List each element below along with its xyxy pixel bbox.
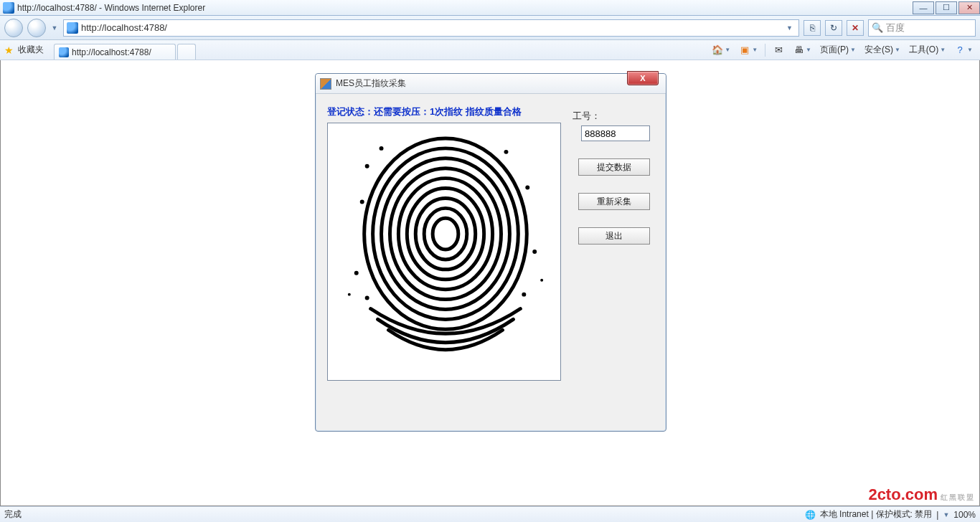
window-title: http://localhost:4788/ - Windows Interne… [17,3,205,13]
os-titlebar: http://localhost:4788/ - Windows Interne… [0,0,980,16]
employee-id-label: 工号： [573,110,656,123]
ie-icon [3,2,14,14]
address-dropdown-icon[interactable]: ▼ [783,24,796,32]
svg-point-7 [373,148,519,320]
submit-button[interactable]: 提交数据 [578,158,650,176]
rss-icon: ▣ [739,44,750,56]
print-icon: 🖶 [793,44,804,56]
history-dropdown[interactable]: ▼ [50,19,59,37]
svg-point-13 [360,199,364,204]
dialog-title: MES员工指纹采集 [336,77,406,90]
page-content: MES员工指纹采集 X 登记状态：还需要按压：1次指纹 指纹质量合格 [0,60,980,506]
svg-point-12 [525,186,529,190]
home-button[interactable]: 🏠▼ [709,43,733,57]
ie-favbar: ★ 收藏夹 http://localhost:4788/ 🏠▼ ▣▼ ✉ 🖶▼ … [0,40,980,60]
employee-id-input[interactable] [581,125,650,141]
svg-point-19 [540,279,543,282]
form-icon [320,78,331,90]
recapture-button[interactable]: 重新采集 [578,193,650,210]
tab-strip: http://localhost:4788/ [54,40,196,60]
status-left: 完成 [4,508,22,521]
protected-mode-dropdown[interactable]: ▼ [943,511,949,518]
svg-point-9 [365,164,369,169]
minimize-button[interactable]: — [913,1,934,14]
svg-point-16 [365,296,369,300]
exit-button[interactable]: 退出 [578,227,650,245]
search-icon: 🔍 [872,22,883,33]
svg-point-10 [380,146,384,151]
watermark: 2cto.com 红黑联盟 [868,485,975,504]
watermark-suffix: .com [901,485,938,504]
new-tab-button[interactable] [177,44,196,60]
dialog-titlebar[interactable]: MES员工指纹采集 [316,74,666,94]
address-text: http://localhost:4788/ [81,22,167,33]
watermark-text: 2cto [868,485,900,504]
separator [765,44,765,57]
svg-point-15 [354,271,359,275]
svg-point-11 [504,150,508,154]
compatibility-button[interactable]: ⎘ [804,20,821,36]
page-menu[interactable]: 页面(P)▼ [817,42,859,57]
svg-point-6 [382,158,510,310]
address-bar[interactable]: http://localhost:4788/ ▼ [63,19,799,37]
watermark-sub: 红黑联盟 [941,493,975,503]
maximize-button[interactable]: ☐ [936,1,957,14]
window-close-button[interactable]: ✕ [958,1,980,14]
dialog-close-button[interactable]: X [627,71,659,85]
zone-icon: 🌐 [805,510,816,520]
favorites-label[interactable]: 收藏夹 [18,44,44,56]
statusbar: 完成 🌐 本地 Intranet | 保护模式: 禁用 | ▼ 100% [0,506,980,522]
home-icon: 🏠 [712,44,723,56]
mail-button[interactable]: ✉ [770,43,787,57]
svg-point-1 [424,208,467,260]
svg-point-3 [407,189,484,280]
page-favicon-icon [67,22,78,34]
search-box[interactable]: 🔍 百度 [868,19,976,37]
zone-text: 本地 Intranet | 保护模式: 禁用 [820,508,932,521]
search-placeholder: 百度 [886,22,905,34]
fingerprint-image [327,123,561,381]
help-icon: ? [954,44,966,56]
window-controls: — ☐ ✕ [911,1,980,14]
tab-favicon-icon [59,47,69,57]
refresh-button[interactable]: ↻ [825,20,842,36]
svg-point-4 [398,179,492,290]
dialog-body: 登记状态：还需要按压：1次指纹 指纹质量合格 [316,94,666,431]
zoom-text: 100% [953,510,976,520]
svg-point-17 [522,293,526,297]
fingerprint-dialog: MES员工指纹采集 X 登记状态：还需要按压：1次指纹 指纹质量合格 [315,73,666,432]
svg-point-14 [532,250,537,254]
mail-icon: ✉ [773,44,784,56]
favorites-star-icon[interactable]: ★ [4,44,14,56]
fingerprint-icon [328,123,560,380]
safety-menu[interactable]: 安全(S)▼ [862,42,903,57]
browser-tab[interactable]: http://localhost:4788/ [54,44,176,60]
svg-point-0 [433,218,458,250]
help-button[interactable]: ?▼ [951,43,976,57]
stop-button[interactable]: ✕ [847,20,864,36]
tab-title: http://localhost:4788/ [72,47,151,57]
back-button[interactable] [4,19,23,37]
status-sep: | [936,510,938,520]
dialog-side-panel: 工号： 提交数据 重新采集 退出 [573,105,656,245]
svg-point-18 [348,293,351,296]
print-button[interactable]: 🖶▼ [790,43,814,57]
feeds-button[interactable]: ▣▼ [736,43,760,57]
forward-button[interactable] [27,19,46,37]
command-bar: 🏠▼ ▣▼ ✉ 🖶▼ 页面(P)▼ 安全(S)▼ 工具(O)▼ ?▼ [709,42,976,57]
tools-menu[interactable]: 工具(O)▼ [906,42,948,57]
ie-navbar: ▼ http://localhost:4788/ ▼ ⎘ ↻ ✕ 🔍 百度 [0,16,980,40]
